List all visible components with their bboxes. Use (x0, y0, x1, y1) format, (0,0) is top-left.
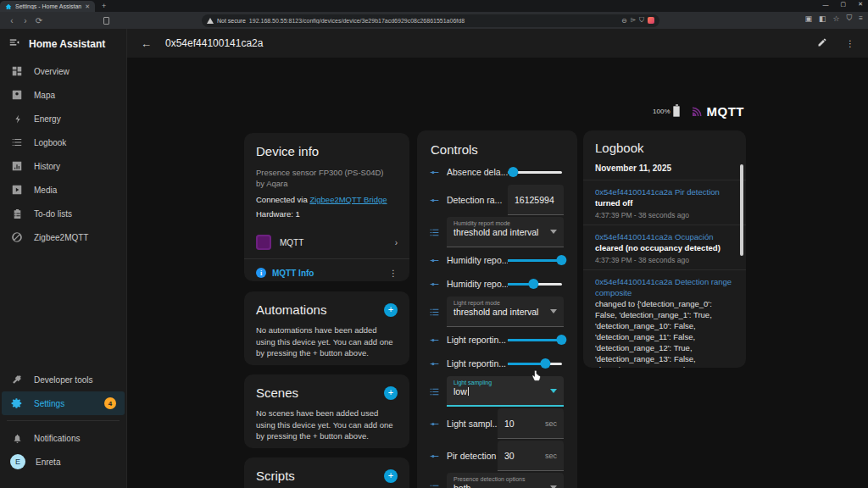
screen: Settings - Home Assistant ✕ + — ▢ ✕ ‹ › … (0, 0, 868, 488)
sidebar-item-zigbee2mqtt[interactable]: Zigbee2MQTT (0, 225, 126, 249)
tune-icon (428, 334, 441, 347)
mqtt-badge-icon (256, 235, 271, 250)
mqtt-logo: MQTT (690, 103, 745, 119)
control-row-light-reporting-1: Light reportin... (426, 328, 564, 352)
control-row-absence-delay: Absence dela... (426, 160, 564, 184)
device-status-row: 100% MQTT (653, 103, 744, 119)
sidebar-item-mapa[interactable]: Mapa (0, 83, 126, 107)
browser-forward-button[interactable]: › (19, 16, 32, 25)
logbook-date: November 11, 2025 (583, 155, 746, 180)
address-bar[interactable]: Not secure 192.168.50.55:8123/config/dev… (202, 14, 659, 27)
light-reporting-slider-2[interactable] (508, 358, 562, 369)
controls-title: Controls (431, 142, 564, 157)
control-row-presence-detection-options: Presence detection options both (426, 472, 564, 488)
shield-icon[interactable]: ⛉ (639, 16, 644, 25)
sidebar-item-overview[interactable]: Overview (0, 59, 126, 83)
presence-detection-options-select[interactable]: Presence detection options both (447, 473, 564, 488)
split-screen-icon[interactable]: ◧ (819, 14, 826, 23)
dashboard-icon (10, 64, 24, 78)
detection-range-input[interactable]: 16125994 (508, 185, 564, 215)
sidebar-item-developer-tools[interactable]: Developer tools (0, 368, 126, 391)
bookmark-icon[interactable] (103, 17, 109, 25)
mqtt-row-label: MQTT (280, 238, 303, 247)
logbook-entity-link[interactable]: 0x54ef44100141ca2a Pir detection (595, 187, 720, 197)
home-assistant-favicon (5, 3, 12, 10)
window-close-button[interactable]: ✕ (858, 1, 863, 8)
sidebar-spacer (0, 249, 126, 368)
extension-icon[interactable] (648, 17, 654, 24)
sidebar-item-user[interactable]: E Enreta (0, 450, 126, 474)
logbook-scrollbar[interactable] (740, 164, 743, 256)
list-icon (428, 482, 441, 488)
tune-icon (428, 254, 441, 267)
sidebar-item-settings[interactable]: Settings 4 (2, 391, 125, 415)
zigbee2mqtt-bridge-link[interactable]: Zigbee2MQTT Bridge (309, 195, 387, 204)
logbook-entity-link[interactable]: 0x54ef44100141ca2a Ocupación (595, 232, 713, 241)
light-report-mode-select[interactable]: Light report mode threshold and interval (447, 297, 564, 327)
logbook-timestamp: 4:37:39 PM - 38 seconds ago (595, 256, 734, 264)
humidity-reporting-slider-2[interactable] (508, 279, 562, 289)
overflow-menu-icon[interactable]: ⋮ (846, 39, 854, 48)
window-maximize-button[interactable]: ▢ (841, 1, 847, 8)
logbook-entity-link[interactable]: 0x54ef44100141ca2a Detection range compo… (595, 277, 732, 297)
sidebar-toggle-icon[interactable] (8, 36, 20, 52)
light-sampling-interval-input[interactable]: 10sec (498, 408, 564, 439)
browser-back-button[interactable]: ‹ (5, 16, 19, 25)
browser-tab[interactable]: Settings - Home Assistant ✕ (0, 1, 95, 12)
mouse-cursor (531, 369, 542, 386)
tune-icon (428, 278, 441, 291)
info-icon: i (256, 268, 266, 278)
mqtt-info-row[interactable]: i MQTT Info ⋮ (256, 259, 398, 281)
logbook-entry: 0x54ef44100141ca2a Pir detection turned … (583, 180, 746, 225)
browser-tool-icon[interactable]: ▣ (804, 14, 812, 23)
map-person-icon (10, 88, 24, 102)
list-icon (428, 226, 441, 239)
chevron-down-icon (550, 230, 557, 234)
window-minimize-button[interactable]: — (823, 2, 829, 8)
url-text[interactable]: 192.168.50.55:8123/config/devices/device… (249, 18, 618, 24)
control-row-light-sampling-interval: Light sampl... 10sec (426, 408, 564, 440)
chevron-right-icon: › (395, 238, 398, 247)
sidebar-item-notifications[interactable]: Notifications (0, 426, 126, 450)
light-sampling-select[interactable]: Light sampling low (447, 376, 564, 407)
bell-icon (10, 431, 24, 445)
pir-detection-input[interactable]: 30sec (498, 441, 564, 471)
add-scene-button[interactable]: + (384, 386, 398, 400)
edit-pencil-icon[interactable] (817, 36, 827, 51)
add-script-button[interactable]: + (384, 469, 398, 483)
sidebar-item-logbook[interactable]: Logbook (0, 130, 126, 154)
mqtt-device-row[interactable]: MQTT › (256, 228, 398, 257)
control-row-humidity-reporting-1: Humidity repo... (426, 248, 564, 272)
humidity-reporting-slider-1[interactable] (508, 255, 562, 265)
tab-close-icon[interactable]: ✕ (85, 3, 90, 10)
absence-delay-slider[interactable] (508, 167, 562, 177)
zoom-page-icon[interactable]: ⊖ (621, 17, 627, 25)
sidebar-item-energy[interactable]: Energy (0, 107, 126, 130)
tab-title: Settings - Home Assistant (15, 3, 81, 9)
humidity-report-mode-select[interactable]: Humidity report mode threshold and inter… (447, 217, 564, 247)
light-reporting-slider-1[interactable] (508, 335, 562, 345)
list-icon (428, 385, 441, 398)
sidebar-item-media[interactable]: Media (0, 178, 126, 202)
gear-icon (10, 396, 24, 410)
device-page-content: 100% MQTT Device info Presence sensor FP (127, 58, 868, 488)
scripts-title: Scripts (256, 469, 295, 483)
browser-reload-button[interactable]: ⟳ (32, 16, 46, 25)
collections-icon[interactable]: ⛉ (847, 14, 853, 23)
logbook-entry: 0x54ef44100141ca2a Ocupación cleared (no… (583, 225, 746, 269)
mqtt-info-menu-icon[interactable]: ⋮ (389, 269, 398, 278)
share-icon[interactable]: ⌲ (631, 16, 636, 25)
back-arrow-icon[interactable]: ← (141, 37, 152, 50)
sidebar-item-history[interactable]: History (0, 154, 126, 178)
sidebar-item-todo[interactable]: To-do lists (0, 202, 126, 225)
connected-via-line: Connected via Zigbee2MQTT Bridge (256, 194, 398, 205)
page-title: 0x54ef44100141ca2a (165, 37, 263, 49)
favorites-icon[interactable]: ☆ (832, 14, 839, 23)
list-bulleted-icon (10, 136, 24, 149)
browser-menu-icon[interactable]: ≡ (859, 14, 863, 22)
tune-icon (428, 450, 441, 463)
chart-icon (10, 159, 24, 173)
control-row-humidity-reporting-2: Humidity repo... (426, 272, 564, 296)
add-automation-button[interactable]: + (384, 303, 398, 317)
new-tab-button[interactable]: + (102, 2, 106, 10)
